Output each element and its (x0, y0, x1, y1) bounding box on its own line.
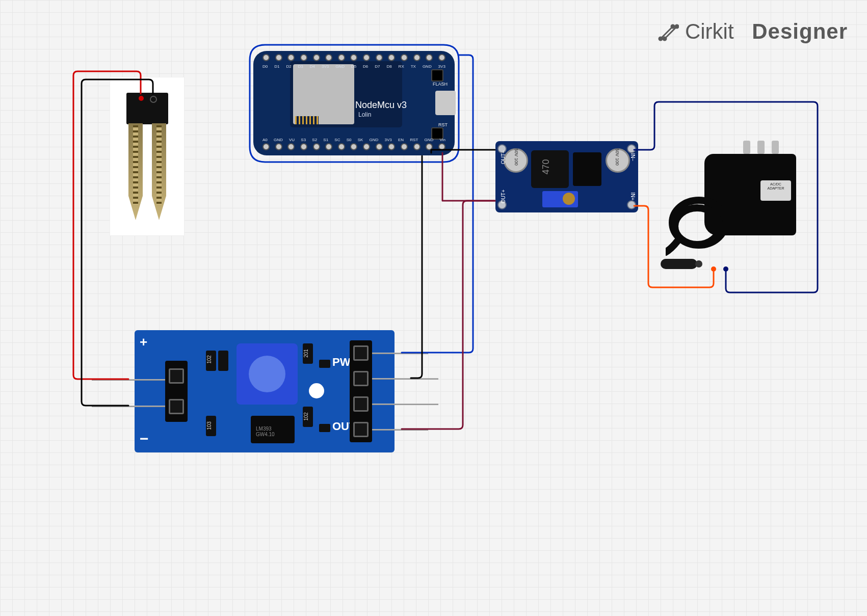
probe-leg-left (128, 123, 143, 220)
svg-point-5 (675, 208, 720, 245)
nodemcu-pin-vu (287, 143, 295, 150)
nodemcu-pin-gnd (376, 143, 383, 150)
svg-point-2 (671, 25, 674, 28)
brand-icon (656, 20, 679, 43)
nodemcu-pin-s3 (300, 143, 307, 150)
nodemcu-pin-label-vu: VU (289, 138, 295, 142)
nodemcu-labels-top: D0D1D2D3D43V3GNDD5D6D7D8RXTXGND3V3 (262, 64, 445, 69)
smd-r5-val: 102 (303, 412, 309, 421)
nodemcu-pin-label-s0: S0 (347, 138, 352, 142)
comparator-minus-label: − (140, 430, 149, 447)
output-led (319, 424, 330, 432)
lead-d0 (372, 404, 438, 405)
cmp-left-pin-plus (169, 368, 184, 384)
nodemcu-pin-label-3v3: 3V3 (322, 64, 329, 69)
nodemcu-pin-d0 (262, 54, 270, 61)
cmp-pin-vcc (353, 345, 369, 361)
nodemcu-pin-gnd (426, 54, 433, 61)
wifi-antenna-icon (295, 116, 319, 124)
svg-point-1 (663, 37, 666, 40)
wire-cmp-a0 (402, 201, 495, 429)
comparator-left-header (165, 361, 188, 422)
nodemcu-pin-s0 (350, 143, 357, 150)
nodemcu-pin-label-d5: D5 (351, 64, 356, 69)
nodemcu-pin-label-s3: S3 (301, 138, 306, 142)
nodemcu-pin-s1 (325, 143, 332, 150)
nodemcu-pin-label-gnd: GND (424, 138, 433, 142)
nodemcu-pin-d6 (363, 54, 370, 61)
component-buck-converter[interactable]: 50V 100 470 50V 100 OUT− OUT+ IN− IN+ (495, 141, 638, 212)
wire-vin-buck (442, 153, 495, 201)
smd-r1-val: 102 (206, 355, 212, 364)
buck-cap-in-text: 50V 100 (615, 148, 620, 166)
buck-label-in-plus: IN+ (630, 193, 636, 201)
buck-cap-out-text: 50V 100 (514, 148, 519, 166)
nodemcu-pin-label-vin: Vin (439, 138, 445, 142)
adapter-label-text: AC/DC ADAPTER (763, 182, 789, 191)
nodemcu-pin-label-3v3: 3V3 (438, 64, 445, 69)
flash-button-label: FLASH (433, 82, 448, 87)
nodemcu-pin-rst (413, 143, 421, 150)
nodemcu-pin-label-d0: D0 (262, 64, 268, 69)
nodemcu-pins-top (262, 54, 445, 63)
buck-label-in-minus: IN− (630, 153, 636, 162)
cmp-pin-a0 (353, 422, 369, 437)
nodemcu-pin-d1 (275, 54, 282, 61)
nodemcu-pin-rx (401, 54, 408, 61)
component-comparator-module[interactable]: + − LM393 GW4.10 102 103 201 102 PWR OUT (135, 330, 395, 452)
component-wall-adapter[interactable]: AC/DC ADAPTER (664, 154, 796, 271)
nodemcu-pin-a0 (262, 143, 270, 150)
nodemcu-pin-label-d3: D3 (298, 64, 303, 69)
nodemcu-pin-label-d8: D8 (386, 64, 391, 69)
nodemcu-pin-gnd (275, 143, 282, 150)
buck-regulator-chip (573, 152, 601, 186)
nodemcu-pin-d4 (313, 54, 320, 61)
nodemcu-pin-gnd (426, 143, 433, 150)
nodemcu-pin-label-sk: SK (358, 138, 363, 142)
component-soil-probe[interactable] (110, 77, 185, 236)
nodemcu-pin-3v3 (388, 143, 395, 150)
buck-inductor-value: 470 (541, 159, 551, 174)
circuit-canvas[interactable]: Cirkit Designer NodeMcu v3 Lolin FLASH R… (0, 0, 867, 616)
buck-label-out-minus: OUT− (501, 150, 506, 164)
brand-text-1: Cirkit (685, 19, 734, 44)
nodemcu-pin-en (401, 143, 408, 150)
reset-button-label: RST (438, 122, 448, 127)
smd-r4-val: 201 (303, 349, 309, 358)
lead-left-plus (92, 379, 165, 381)
probe-connector (126, 93, 168, 124)
nodemcu-pin-d3 (300, 54, 307, 61)
buck-pin-in-minus (627, 144, 636, 153)
threshold-potentiometer (237, 343, 298, 405)
nodemcu-pin-label-rx: RX (399, 64, 404, 69)
nodemcu-pin-label-d2: D2 (286, 64, 291, 69)
lead-vcc (372, 353, 428, 354)
nodemcu-pins-bottom (262, 143, 445, 152)
brand-text-2: Designer (752, 19, 848, 44)
cmp-pin-d0 (353, 396, 369, 412)
smd-r2 (218, 351, 228, 371)
lead-a0 (372, 429, 428, 431)
nodemcu-pin-label-a0: A0 (262, 138, 268, 142)
mounting-hole (309, 383, 324, 398)
buck-pin-in-plus (627, 200, 636, 209)
nodemcu-pin-label-sc: SC (334, 138, 340, 142)
nodemcu-pin-label-gnd: GND (274, 138, 283, 142)
nodemcu-pin-3v3 (325, 54, 332, 61)
component-nodemcu[interactable]: NodeMcu v3 Lolin FLASH RST D0D1D2D3D43V3… (253, 51, 455, 155)
nodemcu-labels-bottom: A0GNDVUS3S2S1SCS0SKGND3V3ENRSTGNDVin (262, 138, 445, 142)
nodemcu-pin-label-gnd: GND (423, 64, 432, 69)
nodemcu-pin-label-s1: S1 (323, 138, 328, 142)
nodemcu-pin-label-gnd: GND (370, 138, 379, 142)
flash-button (431, 69, 443, 82)
nodemcu-pin-3v3 (438, 54, 445, 61)
nodemcu-pin-s2 (313, 143, 320, 150)
comparator-right-header (350, 340, 372, 442)
nodemcu-pin-label-gnd: GND (335, 64, 345, 69)
lm393-chip-text: LM393 GW4.10 (256, 426, 275, 437)
nodemcu-pin-vin (438, 143, 445, 150)
micro-usb-port (435, 91, 456, 115)
nodemcu-pin-label-tx: TX (411, 64, 416, 69)
nodemcu-pin-tx (413, 54, 421, 61)
nodemcu-subtitle: Lolin (358, 111, 371, 118)
